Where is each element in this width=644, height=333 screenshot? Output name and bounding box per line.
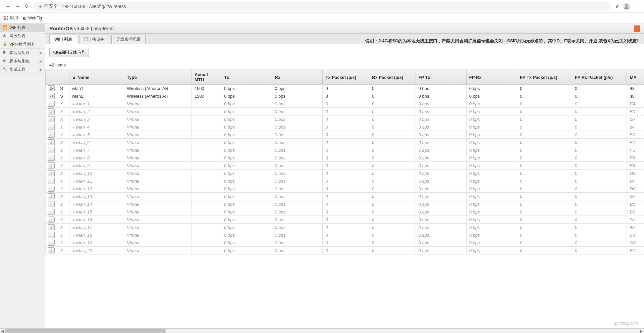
col-header-5[interactable]: Tx bbox=[221, 70, 272, 85]
table-row[interactable]: EX⇋ wlan_6Virtual0 bps0 bps000 bps0 bps0… bbox=[46, 139, 644, 146]
cell-ma: 84 bbox=[627, 123, 644, 131]
table-row[interactable]: EX⇋ wlan_12Virtual0 bps0 bps000 bps0 bps… bbox=[46, 185, 644, 193]
menu-icon[interactable]: ⋮ bbox=[631, 2, 641, 11]
table-row[interactable]: EX⇋ wlan_2Virtual0 bps0 bps000 bps0 bps0… bbox=[46, 108, 644, 115]
row-toggle-button[interactable]: E bbox=[48, 186, 55, 192]
table-row[interactable]: EX⇋ wlan_16Virtual0 bps0 bps000 bps0 bps… bbox=[46, 216, 644, 224]
table-row[interactable]: EX⇋ wlan_17Virtual0 bps0 bps000 bps0 bps… bbox=[46, 224, 644, 231]
row-toggle-button[interactable]: E bbox=[48, 155, 55, 161]
cell-fptxp: 0 bbox=[517, 177, 572, 185]
profile-icon[interactable] bbox=[622, 2, 631, 11]
col-header-0[interactable] bbox=[46, 70, 57, 85]
row-toggle-button[interactable]: E bbox=[48, 162, 55, 169]
cell-ma: BC bbox=[627, 200, 644, 208]
row-toggle-button[interactable]: E bbox=[48, 240, 55, 246]
table-row[interactable]: EX⇋ wlan_18Virtual0 bps0 bps000 bps0 bps… bbox=[46, 231, 644, 239]
table-row[interactable]: EX⇋ wlan_3Virtual0 bps0 bps000 bps0 bps0… bbox=[46, 115, 644, 123]
table-row[interactable]: EX⇋ wlan_14Virtual0 bps0 bps000 bps0 bps… bbox=[46, 200, 644, 208]
row-toggle-button[interactable]: E bbox=[48, 217, 55, 223]
col-header-2[interactable]: ▲ Name bbox=[69, 70, 124, 85]
table-row[interactable]: EX⇋ wlan_7Virtual0 bps0 bps000 bps0 bps0… bbox=[46, 146, 644, 154]
bookmark-webfig[interactable]: ◐ WebFig bbox=[23, 16, 42, 20]
col-header-6[interactable]: Rx bbox=[272, 70, 323, 85]
row-toggle-button[interactable]: E bbox=[48, 209, 55, 215]
tab-0[interactable]: WiFi 列表 bbox=[49, 35, 77, 44]
col-header-9[interactable]: FP Tx bbox=[416, 70, 466, 85]
table-row[interactable]: EX⇋ wlan_15Virtual0 bps0 bps000 bps0 bps… bbox=[46, 208, 644, 216]
address-bar[interactable]: ⚠ 不安全 | 192.168.88.1/webfig/#Wireless bbox=[34, 2, 610, 11]
apps-button[interactable]: 应用 bbox=[3, 15, 18, 21]
interface-table[interactable]: ▲ NameTypeActual MTUTxRxTx Packet (p/s)R… bbox=[45, 70, 644, 328]
col-header-12[interactable]: FP Rx Packet (p/s) bbox=[572, 70, 627, 85]
row-toggle-button[interactable]: E bbox=[48, 193, 55, 199]
col-header-11[interactable]: FP Tx Packet (p/s) bbox=[517, 70, 572, 85]
forward-icon[interactable]: → bbox=[13, 2, 22, 11]
row-toggle-button[interactable]: E bbox=[48, 101, 55, 107]
header-help-icon[interactable] bbox=[634, 26, 640, 32]
cell-mtu bbox=[192, 162, 221, 170]
sidebar-item-5[interactable]: 🔧测试工具▶ bbox=[0, 65, 45, 74]
row-toggle-button[interactable]: E bbox=[48, 232, 55, 238]
tab-1[interactable]: 已连接设备 bbox=[79, 35, 109, 44]
cell-fptx: 0 bps bbox=[416, 146, 466, 154]
row-toggle-button[interactable]: D bbox=[48, 93, 55, 99]
row-toggle-button[interactable]: E bbox=[48, 224, 55, 230]
sidebar-item-1[interactable]: 🖧网卡列表 bbox=[0, 32, 45, 40]
table-row[interactable]: EX⇋ wlan_4Virtual0 bps0 bps000 bps0 bps0… bbox=[46, 123, 644, 131]
sidebar-item-4[interactable]: ⚙脚本与系统▶ bbox=[0, 57, 45, 65]
cell-fprxp: 0 bbox=[572, 139, 627, 146]
table-row[interactable]: EX⇋ wlan_8Virtual0 bps0 bps000 bps0 bps0… bbox=[46, 154, 644, 162]
row-toggle-button[interactable]: E bbox=[48, 170, 55, 176]
row-toggle-button[interactable]: E bbox=[48, 201, 55, 207]
horizontal-scrollbar[interactable]: ◀ ▶ bbox=[0, 328, 644, 333]
star-icon[interactable]: ★ bbox=[612, 2, 622, 11]
scroll-right-icon[interactable]: ▶ bbox=[639, 329, 643, 333]
wifi-icon: ⇋ bbox=[72, 110, 75, 114]
col-header-10[interactable]: FP Rx bbox=[466, 70, 517, 85]
table-row[interactable]: EX⇋ wlan_19Virtual0 bps0 bps000 bps0 bps… bbox=[46, 239, 644, 247]
row-toggle-button[interactable]: E bbox=[48, 116, 55, 122]
table-row[interactable]: EX⇋ wlan_20Virtual0 bps0 bps000 bps0 bps… bbox=[46, 247, 644, 254]
cell-fptxp: 0 bbox=[517, 146, 572, 154]
table-row[interactable]: DSwlan2Wireless (Atheros AR15000 bps0 bp… bbox=[46, 92, 644, 100]
row-toggle-button[interactable]: E bbox=[48, 124, 55, 130]
col-header-7[interactable]: Tx Packet (p/s) bbox=[323, 70, 369, 85]
wifi-icon: ⇋ bbox=[72, 180, 75, 183]
sidebar-item-3[interactable]: ⚙本地网配置▶ bbox=[0, 49, 45, 57]
row-toggle-button[interactable]: E bbox=[48, 139, 55, 145]
cell-ma: DC bbox=[627, 185, 644, 193]
tab-2[interactable]: 无线密码配置 bbox=[111, 35, 146, 44]
col-header-3[interactable]: Type bbox=[124, 70, 192, 85]
row-toggle-button[interactable]: E bbox=[48, 132, 55, 138]
item-count: 42 items bbox=[45, 60, 644, 70]
back-icon[interactable]: ← bbox=[3, 2, 13, 11]
col-header-8[interactable]: Rx Packet (p/s) bbox=[369, 70, 416, 85]
row-toggle-button[interactable]: E bbox=[48, 247, 55, 253]
reload-icon[interactable]: ⟳ bbox=[22, 2, 32, 11]
scroll-left-icon[interactable]: ◀ bbox=[1, 329, 5, 333]
col-header-1[interactable] bbox=[57, 70, 69, 85]
row-flag: X bbox=[57, 177, 69, 185]
row-toggle-button[interactable]: E bbox=[48, 147, 55, 153]
table-row[interactable]: EX⇋ wlan_5Virtual0 bps0 bps000 bps0 bps0… bbox=[46, 131, 644, 139]
col-header-13[interactable]: MA bbox=[627, 70, 644, 85]
col-header-4[interactable]: Actual MTU bbox=[192, 70, 221, 85]
table-row[interactable]: DSwlan1Wireless (Atheros AR15000 bps0 bp… bbox=[46, 85, 644, 92]
row-flag: X bbox=[57, 216, 69, 224]
table-row[interactable]: EX⇋ wlan_10Virtual0 bps0 bps000 bps0 bps… bbox=[46, 170, 644, 177]
sidebar-item-2[interactable]: 🔒VPN/拨号列表 bbox=[0, 40, 45, 49]
svg-rect-9 bbox=[5, 19, 6, 20]
row-toggle-button[interactable]: E bbox=[48, 108, 55, 114]
table-row[interactable]: EX⇋ wlan_9Virtual0 bps0 bps000 bps0 bps0… bbox=[46, 162, 644, 170]
table-row[interactable]: EX⇋ wlan_1Virtual0 bps0 bps000 bps0 bps0… bbox=[46, 100, 644, 108]
table-row[interactable]: EX⇋ wlan_13Virtual0 bps0 bps000 bps0 bps… bbox=[46, 193, 644, 200]
scrollbar-thumb[interactable] bbox=[5, 329, 166, 333]
cell-fprx: 0 bps bbox=[466, 177, 517, 185]
row-toggle-button[interactable]: D bbox=[48, 85, 55, 91]
table-row[interactable]: EX⇋ wlan_11Virtual0 bps0 bps000 bps0 bps… bbox=[46, 177, 644, 185]
cell-fptxp: 0 bbox=[517, 185, 572, 193]
sidebar-item-0[interactable]: 📶WiFi列表 bbox=[0, 23, 45, 32]
row-toggle-button[interactable]: E bbox=[48, 178, 55, 184]
scan-button[interactable]: 扫描周围无线信号 bbox=[49, 48, 89, 57]
cell-rxp: 0 bbox=[369, 216, 416, 224]
